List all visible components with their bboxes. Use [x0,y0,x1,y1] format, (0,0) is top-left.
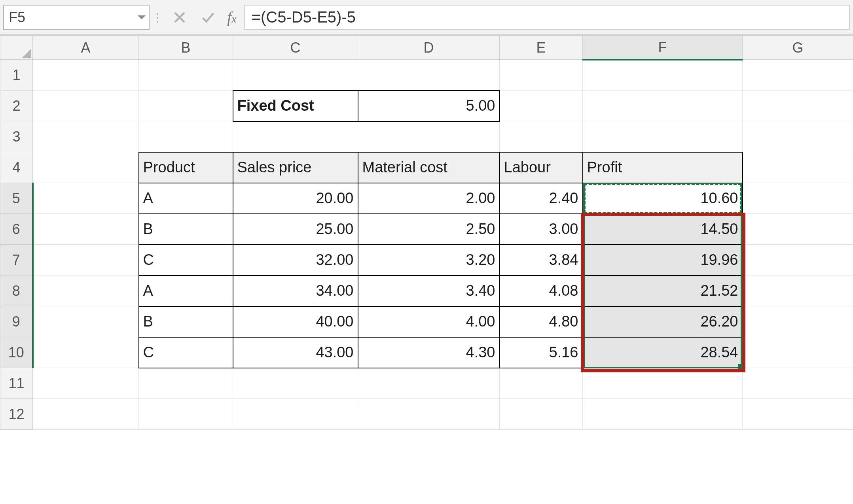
cell-G12[interactable] [743,399,853,430]
col-header-C[interactable]: C [233,36,358,60]
row-header-1[interactable]: 1 [0,60,33,91]
cell-G9[interactable] [743,306,853,337]
cell-D2[interactable]: 5.00 [358,91,500,121]
accept-formula-button[interactable] [194,5,222,30]
cell-B5[interactable]: A [139,183,233,214]
cell-A5[interactable] [33,183,139,214]
spreadsheet-grid[interactable]: A B C D E F G 1 2 Fixed Cost 5.00 3 [0,36,853,430]
col-header-A[interactable]: A [33,36,139,60]
cell-B2[interactable] [139,91,233,121]
cell-D9[interactable]: 4.00 [358,306,500,337]
cell-A10[interactable] [33,337,139,368]
row-header-2[interactable]: 2 [0,91,33,121]
cell-F11[interactable] [583,368,743,399]
cell-F6[interactable]: 14.50 [583,214,743,245]
cell-E9[interactable]: 4.80 [500,306,583,337]
cell-E12[interactable] [500,399,583,430]
cell-F12[interactable] [583,399,743,430]
cell-B12[interactable] [139,399,233,430]
cell-D4[interactable]: Material cost [358,152,500,183]
cell-E3[interactable] [500,121,583,152]
cell-D10[interactable]: 4.30 [358,337,500,368]
cell-A7[interactable] [33,245,139,276]
chevron-down-icon[interactable] [138,15,146,19]
cell-F7[interactable]: 19.96 [583,245,743,276]
cell-C6[interactable]: 25.00 [233,214,358,245]
cell-G1[interactable] [743,60,853,91]
cell-A8[interactable] [33,276,139,306]
cell-C3[interactable] [233,121,358,152]
col-header-D[interactable]: D [358,36,500,60]
col-header-F[interactable]: F [583,36,743,60]
cell-E11[interactable] [500,368,583,399]
col-header-G[interactable]: G [743,36,853,60]
cell-A2[interactable] [33,91,139,121]
cell-E5[interactable]: 2.40 [500,183,583,214]
cell-E1[interactable] [500,60,583,91]
cell-E10[interactable]: 5.16 [500,337,583,368]
cell-F1[interactable] [583,60,743,91]
cell-F3[interactable] [583,121,743,152]
row-header-9[interactable]: 9 [0,306,33,337]
cell-E7[interactable]: 3.84 [500,245,583,276]
cell-G4[interactable] [743,152,853,183]
cell-B3[interactable] [139,121,233,152]
cell-F5[interactable]: 10.60 [583,183,743,214]
cell-D11[interactable] [358,368,500,399]
cell-C5[interactable]: 20.00 [233,183,358,214]
name-box[interactable]: F5 [3,5,150,30]
cell-C10[interactable]: 43.00 [233,337,358,368]
row-header-12[interactable]: 12 [0,399,33,430]
row-header-5[interactable]: 5 [0,183,33,214]
cell-D12[interactable] [358,399,500,430]
cell-E4[interactable]: Labour [500,152,583,183]
cell-B11[interactable] [139,368,233,399]
cell-A1[interactable] [33,60,139,91]
cell-B9[interactable]: B [139,306,233,337]
cell-G11[interactable] [743,368,853,399]
cell-F9[interactable]: 26.20 [583,306,743,337]
cell-C4[interactable]: Sales price [233,152,358,183]
cell-G5[interactable] [743,183,853,214]
cell-F8[interactable]: 21.52 [583,276,743,306]
cell-A4[interactable] [33,152,139,183]
cell-F2[interactable] [583,91,743,121]
cell-G7[interactable] [743,245,853,276]
col-header-B[interactable]: B [139,36,233,60]
row-header-3[interactable]: 3 [0,121,33,152]
cell-F10[interactable]: 28.54 [583,337,743,368]
col-header-E[interactable]: E [500,36,583,60]
cell-E2[interactable] [500,91,583,121]
cell-G10[interactable] [743,337,853,368]
cell-D7[interactable]: 3.20 [358,245,500,276]
fx-icon[interactable]: fx [222,8,241,26]
row-header-6[interactable]: 6 [0,214,33,245]
cell-B6[interactable]: B [139,214,233,245]
cancel-formula-button[interactable] [165,5,194,30]
cell-C7[interactable]: 32.00 [233,245,358,276]
row-header-10[interactable]: 10 [0,337,33,368]
cell-D5[interactable]: 2.00 [358,183,500,214]
row-header-8[interactable]: 8 [0,276,33,306]
cell-G3[interactable] [743,121,853,152]
cell-G8[interactable] [743,276,853,306]
row-header-4[interactable]: 4 [0,152,33,183]
cell-A12[interactable] [33,399,139,430]
cell-A6[interactable] [33,214,139,245]
cell-C2[interactable]: Fixed Cost [233,91,358,121]
cell-B10[interactable]: C [139,337,233,368]
cell-D8[interactable]: 3.40 [358,276,500,306]
cell-B4[interactable]: Product [139,152,233,183]
cell-A9[interactable] [33,306,139,337]
cell-A3[interactable] [33,121,139,152]
cell-D6[interactable]: 2.50 [358,214,500,245]
cell-D3[interactable] [358,121,500,152]
cell-E8[interactable]: 4.08 [500,276,583,306]
cell-B1[interactable] [139,60,233,91]
cell-G2[interactable] [743,91,853,121]
cell-B7[interactable]: C [139,245,233,276]
cell-E6[interactable]: 3.00 [500,214,583,245]
cell-C11[interactable] [233,368,358,399]
cell-C8[interactable]: 34.00 [233,276,358,306]
select-all-corner[interactable] [0,36,33,60]
